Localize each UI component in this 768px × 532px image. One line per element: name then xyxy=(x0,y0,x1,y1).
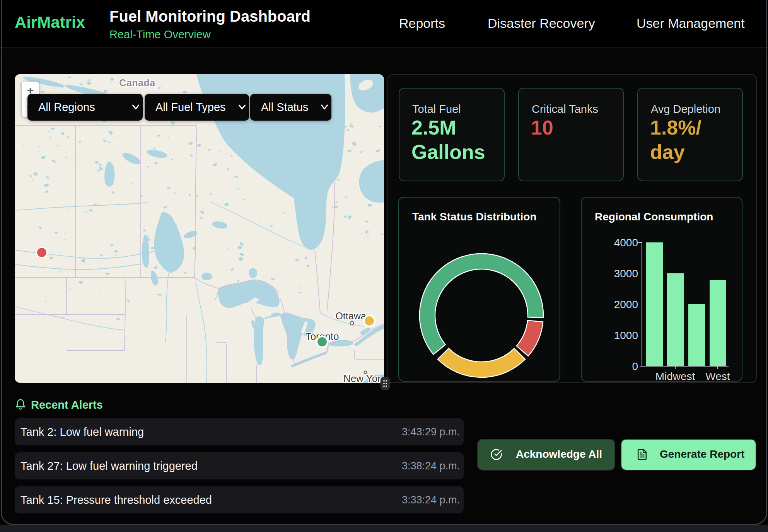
svg-text:Canada: Canada xyxy=(119,77,155,88)
svg-text:1000: 1000 xyxy=(614,329,638,341)
svg-text:0: 0 xyxy=(632,360,638,372)
svg-text:Ottawa: Ottawa xyxy=(335,310,366,321)
svg-text:3000: 3000 xyxy=(614,268,638,280)
svg-text:2000: 2000 xyxy=(614,298,638,310)
svg-text:New York: New York xyxy=(343,373,384,383)
svg-text:4000: 4000 xyxy=(614,237,638,249)
svg-text:West: West xyxy=(705,370,730,382)
svg-text:Midwest: Midwest xyxy=(655,370,695,382)
